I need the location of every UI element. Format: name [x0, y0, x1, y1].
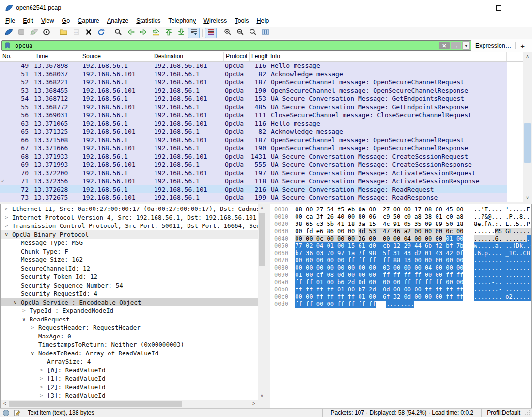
hex-byte[interactable]: ff — [404, 279, 414, 286]
ascii-char[interactable]: . — [530, 213, 532, 221]
packet-row[interactable]: 6313.371065192.168.56.1192.168.56.101Opc… — [0, 119, 507, 128]
ascii-char[interactable]: . — [485, 286, 488, 293]
ascii-char[interactable]: . — [505, 235, 509, 242]
hex-byte[interactable]: 61 — [358, 242, 369, 250]
ascii-char[interactable]: . — [513, 213, 516, 221]
scroll-left-icon[interactable]: < — [1, 401, 9, 406]
ascii-char[interactable]: . — [488, 235, 491, 242]
menu-telephony[interactable]: Telephony — [164, 16, 200, 26]
save-file-button[interactable]: 010 — [70, 28, 82, 38]
clear-filter-icon[interactable]: ✕ — [439, 42, 450, 49]
column-header-time[interactable]: Time — [33, 52, 80, 61]
ascii-char[interactable]: . — [474, 235, 477, 242]
ascii-char[interactable]: . — [519, 257, 523, 264]
hex-row[interactable]: 0060 b7 36 03 70 97 1a 7f 98 5f 31 43 d2… — [274, 250, 531, 257]
ascii-char[interactable]: . — [530, 235, 532, 242]
detail-row[interactable]: Security Token Id: 12 — [1, 273, 258, 281]
hex-byte[interactable]: 00 — [425, 235, 436, 242]
ascii-char[interactable]: . — [513, 293, 516, 301]
column-header-destination[interactable]: Destination — [152, 52, 224, 61]
hex-byte[interactable]: 00 — [337, 264, 348, 272]
ascii-char[interactable]: . — [485, 264, 488, 272]
hex-byte[interactable]: 00 — [425, 293, 436, 301]
ascii-char[interactable]: . — [509, 206, 512, 213]
ascii-char[interactable]: . — [516, 286, 519, 293]
hex-byte[interactable]: ff — [337, 301, 348, 308]
ascii-char[interactable]: . — [505, 272, 509, 279]
ascii-char[interactable]: . — [523, 235, 526, 242]
ascii-char[interactable]: . — [477, 257, 481, 264]
ascii-char[interactable]: . — [491, 286, 495, 293]
hex-byte[interactable]: a2 — [404, 228, 414, 235]
ascii-char[interactable]: . — [530, 279, 532, 286]
ascii-char[interactable]: . — [491, 264, 495, 272]
ascii-char[interactable]: . — [488, 293, 491, 301]
detail-row[interactable]: MaxAge: 0 — [1, 332, 258, 341]
ascii-char[interactable]: D — [516, 242, 519, 250]
hex-byte[interactable]: 88 — [393, 257, 404, 264]
ascii-char[interactable]: . — [481, 264, 485, 272]
detail-row[interactable]: >[0]: ReadValueId — [1, 366, 258, 375]
hex-byte[interactable]: 01 — [337, 286, 348, 293]
hex-byte[interactable]: 00 — [348, 228, 359, 235]
hex-byte[interactable]: 00 — [337, 257, 348, 264]
ascii-char[interactable]: . — [519, 206, 523, 213]
ascii-char[interactable]: . — [499, 235, 502, 242]
hex-byte[interactable]: 06 — [369, 213, 379, 221]
hex-byte[interactable]: 00 — [348, 264, 359, 272]
ascii-char[interactable]: a — [495, 242, 498, 250]
hex-row[interactable]: 0050 77 02 04 01 00 15 61 d0 cb 12 29 44… — [274, 242, 531, 250]
ascii-char[interactable]: . — [488, 257, 491, 264]
ascii-char[interactable]: . — [477, 228, 481, 235]
ascii-char[interactable]: . — [485, 228, 488, 235]
hex-byte[interactable]: ff — [456, 272, 463, 279]
details-hscrollbar[interactable]: < > — [1, 400, 258, 408]
go-first-button[interactable] — [163, 28, 174, 38]
hex-byte[interactable]: 0d — [383, 286, 393, 293]
hex-byte[interactable]: 08 — [425, 206, 436, 213]
hex-byte[interactable]: 38 — [425, 213, 436, 221]
hex-byte[interactable]: 00 — [383, 235, 393, 242]
ascii-char[interactable]: . — [491, 221, 495, 228]
ascii-char[interactable]: . — [519, 250, 523, 257]
hex-byte[interactable]: 65 — [306, 221, 316, 228]
ascii-char[interactable]: . — [527, 286, 530, 293]
hex-byte[interactable]: 00 — [456, 206, 463, 213]
hex-byte[interactable]: 00 — [414, 257, 425, 264]
ascii-char[interactable]: . — [505, 286, 509, 293]
ascii-char[interactable]: . — [474, 228, 477, 235]
detail-row[interactable]: Security RequestId: 4 — [1, 289, 258, 298]
hex-byte[interactable]: 04 — [316, 242, 327, 250]
restart-capture-button[interactable] — [28, 28, 40, 38]
hex-byte[interactable]: 46 — [393, 228, 404, 235]
packet-row[interactable]: 5313.368455192.168.56.101192.168.56.1Opc… — [0, 86, 507, 95]
hex-byte[interactable]: 00 — [456, 264, 463, 272]
ascii-char[interactable]: . — [519, 221, 523, 228]
hex-byte[interactable]: 01 — [358, 293, 369, 301]
hex-byte[interactable]: ff — [316, 293, 327, 301]
scroll-thumb[interactable] — [524, 123, 531, 163]
ascii-char[interactable]: . — [523, 221, 526, 228]
expander-collapsed-icon[interactable]: > — [40, 383, 47, 392]
ascii-char[interactable]: . — [523, 206, 526, 213]
packet-list-scrollbar[interactable]: ∧ ∨ — [523, 52, 532, 202]
detail-row[interactable]: ∨ReadRequest — [1, 315, 258, 324]
ascii-char[interactable]: . — [516, 235, 519, 242]
hex-byte[interactable]: f2 — [436, 242, 446, 250]
ascii-char[interactable]: G — [505, 228, 509, 235]
expander-collapsed-icon[interactable]: > — [5, 205, 12, 213]
ascii-char[interactable]: _ — [505, 250, 509, 257]
detail-row[interactable]: ArraySize: 4 — [1, 357, 258, 366]
menu-view[interactable]: View — [37, 16, 58, 26]
ascii-char[interactable]: : — [495, 221, 498, 228]
ascii-char[interactable]: . — [513, 286, 516, 293]
hex-byte[interactable]: ff — [446, 286, 456, 293]
hex-byte[interactable]: 00 — [404, 286, 414, 293]
ascii-char[interactable]: . — [495, 286, 498, 293]
detail-row[interactable]: Chunk Type: F — [1, 247, 258, 256]
hex-byte[interactable]: ff — [425, 286, 436, 293]
capture-comment-icon[interactable] — [14, 409, 21, 417]
hex-byte[interactable]: 01 — [295, 272, 306, 279]
hex-byte[interactable]: ff — [348, 301, 359, 308]
expander-expanded-icon[interactable]: ∨ — [31, 349, 38, 358]
